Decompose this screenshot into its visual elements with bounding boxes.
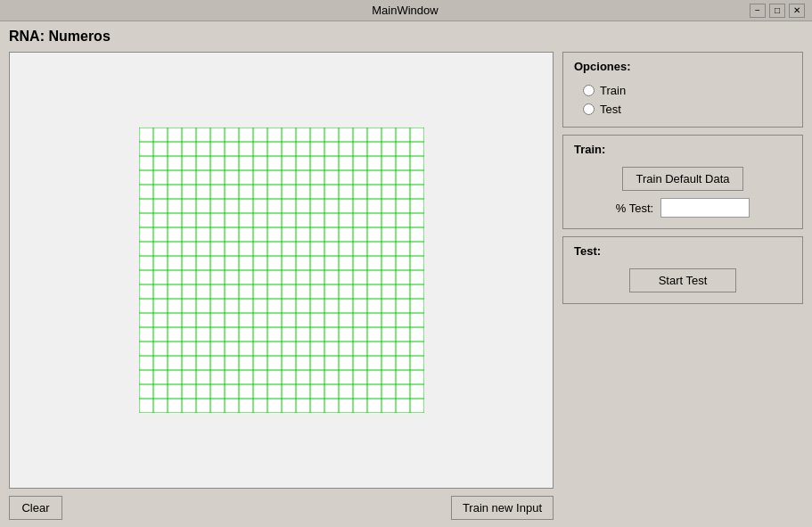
radio-test-item[interactable]: Test [583,103,783,116]
main-content: RNA: Numeros Clear Train new Input Opcio… [0,21,812,527]
title-bar: MainWindow − □ ✕ [0,0,812,21]
percent-test-label: % Test: [616,202,653,215]
clear-button[interactable]: Clear [9,496,62,520]
right-panel: Opciones: Train Test Train: Train Defau [562,52,803,520]
options-panel: Opciones: Train Test [562,52,803,128]
maximize-button[interactable]: □ [769,4,785,18]
options-title: Opciones: [574,60,791,73]
content-area: Clear Train new Input Opciones: Train Te… [9,52,803,520]
radio-test-label: Test [600,103,621,116]
canvas-container[interactable] [9,52,554,489]
test-panel: Test: Start Test [562,236,803,304]
app-title: RNA: Numeros [9,29,803,45]
window-title: MainWindow [61,4,750,17]
train-input-button[interactable]: Train new Input [451,496,554,520]
test-title: Test: [574,244,791,258]
bottom-buttons: Clear Train new Input [9,496,554,520]
window-controls: − □ ✕ [750,4,805,18]
radio-train[interactable] [583,85,595,96]
minimize-button[interactable]: − [750,4,766,18]
radio-test[interactable] [583,103,595,115]
percent-test-row: % Test: [616,198,750,218]
close-button[interactable]: ✕ [789,4,805,18]
train-default-button[interactable]: Train Default Data [622,167,742,191]
radio-group: Train Test [574,80,791,119]
train-section: Train Default Data % Test: [574,163,791,221]
percent-test-input[interactable] [660,198,750,218]
left-panel: Clear Train new Input [9,52,554,520]
radio-train-item[interactable]: Train [583,84,783,97]
grid-canvas[interactable] [139,128,424,413]
train-title: Train: [574,143,791,156]
radio-train-label: Train [600,84,626,97]
test-section: Start Test [574,265,791,296]
start-test-button[interactable]: Start Test [629,268,736,292]
drawing-grid[interactable] [139,128,424,413]
train-panel: Train: Train Default Data % Test: [562,135,803,229]
